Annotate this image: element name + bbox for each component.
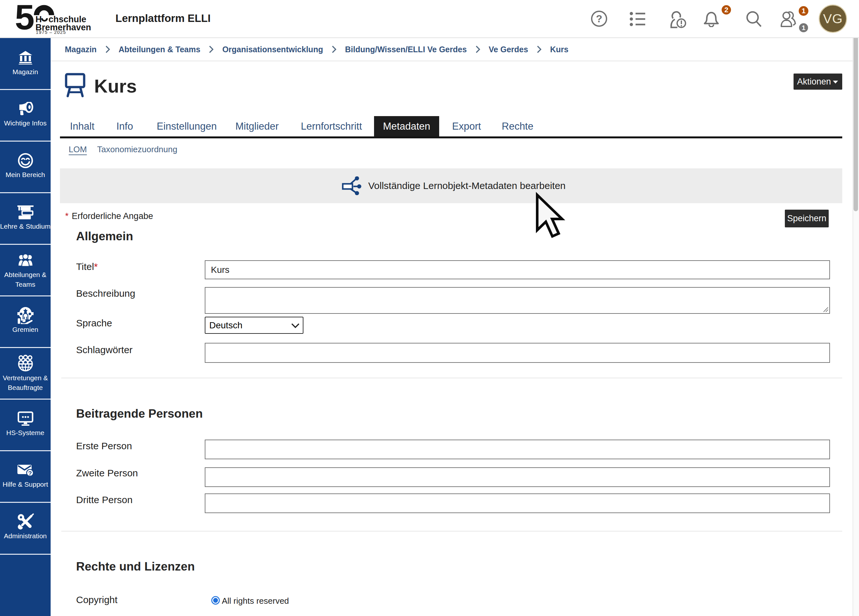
svg-text:?: ?	[596, 13, 602, 25]
svg-text:5: 5	[15, 1, 34, 36]
svg-text:?: ?	[28, 470, 32, 477]
svg-text:1975 – 2025: 1975 – 2025	[36, 30, 66, 35]
